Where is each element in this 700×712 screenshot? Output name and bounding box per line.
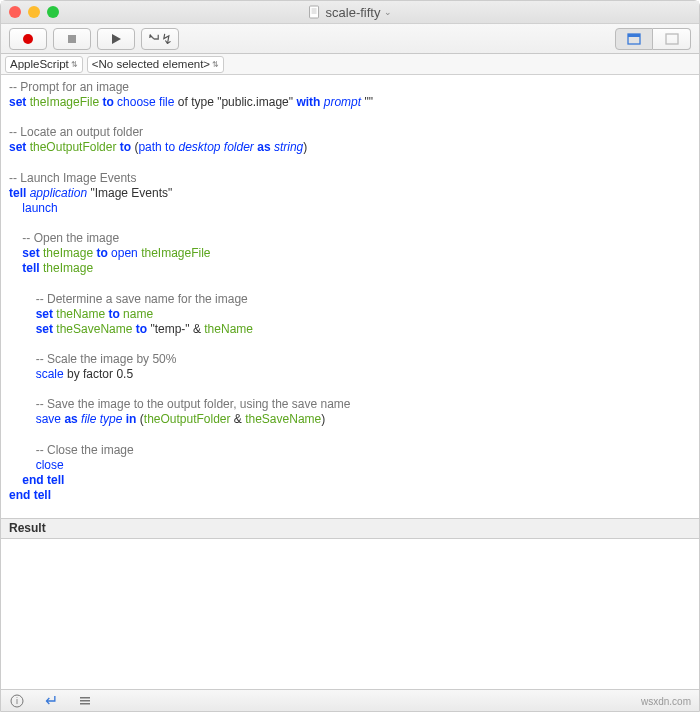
chevron-updown-icon: ⇅ — [212, 60, 219, 69]
compile-button[interactable]: ↯ — [141, 28, 179, 50]
description-toggle[interactable]: i — [9, 693, 25, 709]
code-editor[interactable]: -- Prompt for an imageset theImageFile t… — [1, 75, 699, 519]
result-pane[interactable] — [1, 539, 699, 689]
svg-rect-0 — [310, 6, 319, 18]
path-picker[interactable]: <No selected element> ⇅ — [87, 56, 224, 73]
view-segmented — [615, 28, 691, 50]
bundle-view-toggle[interactable] — [653, 28, 691, 50]
minimize-icon[interactable] — [28, 6, 40, 18]
result-header[interactable]: Result — [1, 519, 699, 539]
stop-button[interactable] — [53, 28, 91, 50]
close-icon[interactable] — [9, 6, 21, 18]
svg-marker-3 — [112, 34, 121, 44]
log-toggle[interactable] — [77, 693, 93, 709]
svg-text:i: i — [16, 696, 18, 706]
result-toggle[interactable]: ↵ — [43, 693, 59, 709]
chevron-down-icon: ⌄ — [384, 7, 392, 17]
svg-rect-6 — [666, 34, 678, 44]
run-button[interactable] — [97, 28, 135, 50]
document-title: scale-fifty — [326, 5, 381, 20]
svg-rect-10 — [80, 700, 90, 702]
source-view-toggle[interactable] — [615, 28, 653, 50]
watermark: wsxdn.com — [641, 696, 691, 707]
traffic-lights — [9, 6, 59, 18]
toolbar: ↯ — [1, 24, 699, 54]
language-picker[interactable]: AppleScript ⇅ — [5, 56, 83, 73]
svg-point-1 — [23, 34, 33, 44]
svg-rect-11 — [80, 703, 90, 705]
document-icon — [308, 5, 322, 19]
svg-rect-9 — [80, 697, 90, 699]
svg-rect-2 — [68, 35, 76, 43]
record-button[interactable] — [9, 28, 47, 50]
script-editor-window: scale-fifty ⌄ ↯ AppleScript ⇅ <No select… — [0, 0, 700, 712]
language-label: AppleScript — [10, 58, 69, 70]
window-title[interactable]: scale-fifty ⌄ — [308, 5, 393, 20]
zoom-icon[interactable] — [47, 6, 59, 18]
svg-rect-5 — [628, 34, 640, 37]
titlebar[interactable]: scale-fifty ⌄ — [1, 1, 699, 24]
chevron-updown-icon: ⇅ — [71, 60, 78, 69]
navigation-bar: AppleScript ⇅ <No selected element> ⇅ — [1, 54, 699, 75]
result-label: Result — [9, 521, 46, 535]
path-label: <No selected element> — [92, 58, 210, 70]
statusbar: i ↵ wsxdn.com — [1, 689, 699, 711]
